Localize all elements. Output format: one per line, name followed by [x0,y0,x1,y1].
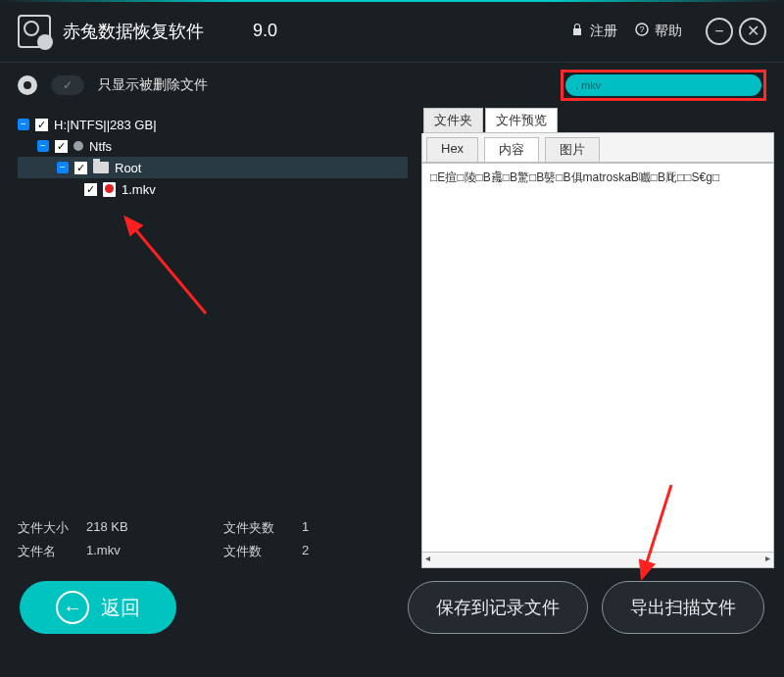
tab-file-preview[interactable]: 文件预览 [485,108,558,132]
subtab-content[interactable]: 内容 [484,137,539,162]
file-tree[interactable]: − ✓ H:|NTFS||283 GB| − ✓ Ntfs − ✓ Root ✓… [18,114,408,519]
collapse-icon[interactable]: − [37,140,49,152]
export-button[interactable]: 导出扫描文件 [602,581,764,634]
collapse-icon[interactable]: − [57,162,69,173]
checkbox[interactable]: ✓ [55,140,68,153]
collapse-icon[interactable]: − [18,119,29,130]
filesize-label: 文件大小 [18,519,86,537]
tree-node-fs[interactable]: − ✓ Ntfs [18,135,408,157]
checkbox[interactable]: ✓ [84,183,97,196]
preview-scrollbar[interactable]: ◂ ▸ [422,552,773,567]
close-button[interactable]: ✕ [739,18,766,45]
foldercount-value: 1 [302,519,331,537]
filecount-label: 文件数 [223,543,302,560]
filename-value: 1.mkv [86,543,223,560]
filter-toggle[interactable]: ✓ [51,75,84,95]
subtab-hex[interactable]: Hex [426,137,478,162]
subtab-image[interactable]: 图片 [545,137,600,162]
filter-label: 只显示被删除文件 [98,76,208,94]
scroll-right-icon[interactable]: ▸ [765,553,770,567]
foldercount-label: 文件夹数 [223,519,302,537]
filter-radio[interactable] [18,75,37,95]
tree-node-root[interactable]: − ✓ Root [18,157,408,178]
svg-text:?: ? [639,24,644,34]
minimize-button[interactable]: − [706,18,733,45]
help-button[interactable]: ? 帮助 [635,23,682,40]
tree-label: H:|NTFS||283 GB| [54,118,157,132]
search-value: . mkv [575,79,601,91]
preview-subtabbar: Hex 内容 图片 [422,133,773,163]
filename-label: 文件名 [18,543,86,560]
register-label: 注册 [590,23,617,40]
help-icon: ? [635,23,649,39]
close-icon: ✕ [747,22,760,40]
volume-icon [74,141,83,151]
filecount-value: 2 [302,543,331,560]
search-input[interactable]: . mkv [565,74,761,96]
arrow-left-icon: ← [56,591,89,624]
checkbox[interactable]: ✓ [35,119,48,131]
tree-node-drive[interactable]: − ✓ H:|NTFS||283 GB| [18,114,408,135]
tree-label: 1.mkv [122,182,156,197]
tab-folder[interactable]: 文件夹 [423,108,483,132]
preview-tabbar: 文件夹 文件预览 [423,108,774,133]
filesize-value: 218 KB [86,519,223,537]
search-highlight-box: . mkv [561,70,766,101]
app-logo-icon [18,15,51,48]
export-label: 导出扫描文件 [630,596,736,619]
scroll-left-icon[interactable]: ◂ [425,553,430,567]
save-log-label: 保存到记录文件 [436,596,560,619]
folder-icon [93,162,109,173]
app-version: 9.0 [253,21,277,41]
preview-content: □E揎□陵□B䶶□B驚□B䵽□B俱matroskaB嚱□B厑□□S€g□ [422,163,773,552]
back-button[interactable]: ← 返回 [20,581,176,634]
minimize-icon: − [714,23,723,40]
tree-node-file[interactable]: ✓ 1.mkv [18,178,408,200]
app-title: 赤兔数据恢复软件 [63,20,204,43]
file-icon [103,182,116,197]
tree-label: Root [115,161,141,175]
lock-icon [570,23,584,39]
file-info-panel: 文件大小 218 KB 文件夹数 1 文件名 1.mkv 文件数 2 [18,519,408,568]
save-log-button[interactable]: 保存到记录文件 [408,581,588,634]
register-button[interactable]: 注册 [570,23,617,40]
help-label: 帮助 [655,23,682,40]
checkbox[interactable]: ✓ [74,162,87,174]
back-label: 返回 [101,595,140,621]
tree-label: Ntfs [89,139,112,154]
